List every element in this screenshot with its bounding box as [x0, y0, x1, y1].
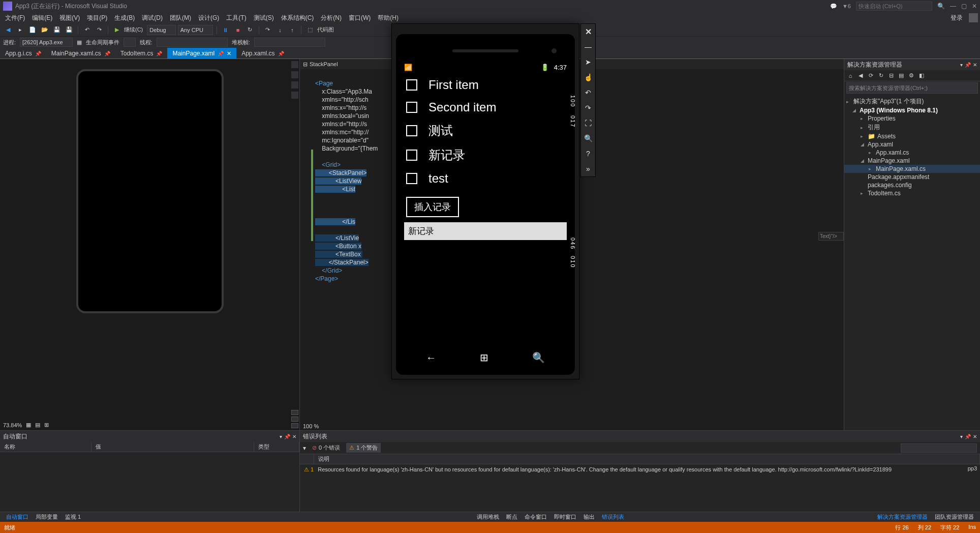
menu-project[interactable]: 项目(P) — [84, 13, 110, 23]
nav-fwd-icon[interactable]: ▸ — [15, 25, 25, 35]
pin-icon[interactable]: 📌 — [218, 51, 224, 56]
record-text-input[interactable]: 新记录 — [404, 222, 567, 240]
checkbox[interactable] — [406, 173, 417, 184]
collapse-icon[interactable]: ⊟ — [887, 72, 895, 80]
more-tools-icon[interactable]: » — [583, 163, 594, 174]
continue-button[interactable]: ▶ — [112, 25, 122, 35]
sync-icon[interactable]: ⟳ — [867, 72, 875, 80]
tab-mainpage-xaml[interactable]: MainPage.xaml📌✕ — [167, 48, 236, 58]
properties-icon[interactable]: ⚙ — [907, 72, 915, 80]
touch-icon[interactable]: ☝ — [583, 72, 594, 83]
pin-icon[interactable]: 📌 — [35, 51, 41, 56]
btab-autos[interactable]: 自动窗口 — [3, 512, 32, 522]
filter-errors[interactable]: ⊘0 个错误 — [309, 443, 343, 453]
grid-icon[interactable]: ▤ — [35, 422, 40, 428]
menu-team[interactable]: 团队(M) — [167, 13, 194, 23]
login-link[interactable]: 登录 — [947, 13, 966, 23]
designer-tool-icon[interactable] — [291, 61, 298, 68]
emulator-app-screen[interactable]: First item Second item 测试 新记录 test 插入记录 … — [404, 74, 567, 344]
pin-icon[interactable]: 📌 — [965, 62, 971, 68]
close-button[interactable]: ✕ — [972, 3, 977, 10]
preview-icon[interactable]: ◧ — [917, 72, 926, 80]
pin-icon[interactable]: 📌 — [965, 434, 971, 439]
outline-collapse-icon[interactable]: ⊟ — [303, 61, 308, 68]
save-all-icon[interactable]: 💾 — [64, 25, 74, 35]
designer-tool-icon[interactable] — [291, 81, 298, 88]
designer-zoom[interactable]: 73.84% — [3, 422, 22, 428]
pointer-icon[interactable]: ➤ — [583, 56, 594, 68]
btab-locals[interactable]: 局部变量 — [33, 512, 61, 522]
split-handle-icon[interactable] — [291, 417, 298, 422]
tab-todoitem-cs[interactable]: TodoItem.cs📌 — [115, 48, 168, 58]
solution-search-input[interactable]: 搜索解决方案资源管理器(Ctrl+;) — [846, 82, 978, 94]
pin-icon[interactable]: 📌 — [278, 51, 284, 56]
autos-col-type[interactable]: 类型 — [254, 442, 299, 452]
menu-file[interactable]: 文件(F) — [2, 13, 28, 23]
minimize-button[interactable]: — — [950, 3, 956, 10]
process-dropdown[interactable]: [2620] App3.exe — [20, 38, 73, 47]
tree-assets[interactable]: ▸📁Assets — [844, 132, 980, 140]
tree-todoitem-cs[interactable]: ▸TodoItem.cs — [844, 189, 980, 197]
tree-mainpage-xaml[interactable]: ◢MainPage.xaml — [844, 157, 980, 165]
zoom-icon[interactable]: 🔍 — [583, 133, 594, 144]
btab-output[interactable]: 输出 — [580, 512, 598, 522]
search-icon[interactable]: 🔍 — [532, 351, 545, 364]
step-over-icon[interactable]: ↷ — [263, 25, 273, 35]
designer-phone-preview[interactable] — [76, 69, 224, 313]
close-icon[interactable]: ✕ — [973, 434, 977, 439]
tree-mainpage-xaml-cs[interactable]: ▸MainPage.xaml.cs — [844, 165, 980, 173]
btab-breakpoints[interactable]: 断点 — [503, 512, 520, 522]
error-col-icon[interactable] — [300, 454, 314, 464]
close-icon[interactable]: ✕ — [227, 50, 231, 57]
search-icon[interactable]: 🔍 — [937, 3, 945, 10]
back-icon[interactable]: ← — [426, 352, 436, 364]
tree-packages-config[interactable]: packages.config — [844, 181, 980, 189]
menu-help[interactable]: 帮助(H) — [375, 13, 402, 23]
undo-icon[interactable]: ↶ — [82, 25, 92, 35]
checkbox[interactable] — [406, 79, 417, 91]
menu-test[interactable]: 测试(S) — [251, 13, 277, 23]
rotate-left-icon[interactable]: ↶ — [583, 87, 594, 98]
menu-edit[interactable]: 编辑(E) — [29, 13, 55, 23]
autos-col-value[interactable]: 值 — [91, 442, 254, 452]
step-into-icon[interactable]: ↓ — [275, 25, 285, 35]
designer-tool-icon[interactable] — [291, 92, 298, 99]
refresh-icon[interactable]: ↻ — [877, 72, 885, 80]
emulator-minimize-button[interactable]: — — [583, 41, 594, 52]
codemap-icon[interactable]: ⬚ — [305, 25, 315, 35]
lifecycle-icon[interactable]: ▦ — [77, 39, 82, 46]
split-handle-icon[interactable] — [291, 423, 298, 428]
btab-command[interactable]: 命令窗口 — [522, 512, 550, 522]
continue-label[interactable]: 继续(C) — [124, 26, 143, 34]
emulator-close-button[interactable]: ✕ — [583, 26, 594, 37]
tree-package-manifest[interactable]: Package.appxmanifest — [844, 173, 980, 181]
split-handle-icon[interactable] — [291, 410, 298, 415]
dropdown-icon[interactable]: ▾ — [960, 62, 963, 68]
fit-screen-icon[interactable]: ⛶ — [583, 117, 594, 129]
open-icon[interactable]: 📂 — [40, 25, 50, 35]
feedback-icon[interactable]: 💬 — [830, 3, 837, 10]
tab-app-xaml-cs[interactable]: App.xaml.cs📌 — [236, 48, 289, 58]
filter-warnings[interactable]: ⚠1 个警告 — [346, 443, 381, 453]
menu-view[interactable]: 视图(V) — [56, 13, 83, 23]
list-item[interactable]: Second item — [404, 96, 567, 119]
tree-properties[interactable]: ▸Properties — [844, 114, 980, 123]
codemap-label[interactable]: 代码图 — [317, 26, 334, 34]
menu-tools[interactable]: 工具(T) — [223, 13, 249, 23]
btab-immediate[interactable]: 即时窗口 — [551, 512, 579, 522]
stop-icon[interactable]: ■ — [233, 25, 243, 35]
notifications-badge[interactable]: ▼6 — [842, 3, 851, 9]
pin-icon[interactable]: 📌 — [284, 434, 290, 439]
snap-icon[interactable]: ⊞ — [44, 422, 49, 428]
list-item[interactable]: 新记录 — [404, 143, 567, 167]
error-row[interactable]: ⚠ 1 Resources found for language(s) 'zh-… — [300, 464, 980, 475]
menu-window[interactable]: 窗口(W) — [346, 13, 374, 23]
filter-dropdown-icon[interactable]: ▾ — [303, 445, 306, 452]
redo-icon[interactable]: ↷ — [94, 25, 104, 35]
menu-build[interactable]: 生成(B) — [111, 13, 138, 23]
save-icon[interactable]: 💾 — [52, 25, 62, 35]
tree-app-xaml-cs[interactable]: ▸App.xaml.cs — [844, 149, 980, 157]
thread-dropdown[interactable] — [157, 38, 228, 47]
nav-back-icon[interactable]: ◀ — [3, 25, 13, 35]
tree-app-xaml[interactable]: ◢App.xaml — [844, 140, 980, 149]
